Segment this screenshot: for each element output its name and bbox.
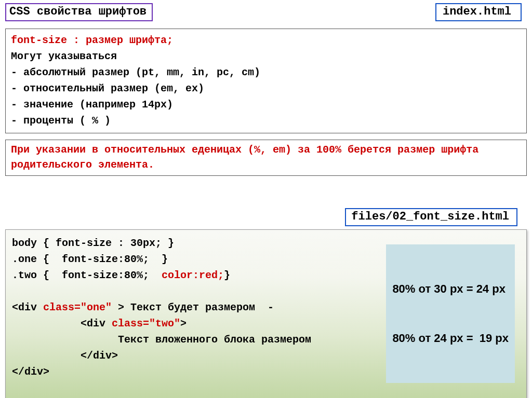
code-line-3b: color:red; xyxy=(162,269,224,281)
syntax-item-3: - значение (например 14px) xyxy=(11,97,521,113)
syntax-item-4: - проценты ( % ) xyxy=(11,113,521,129)
code-example-block: body { font-size : 30px; } .one { font-s… xyxy=(5,229,527,398)
document-page: CSS свойства шрифтов index.html font-siz… xyxy=(0,0,532,398)
calculation-badge: 80% от 30 px = 24 px 80% от 24 px = 19 p… xyxy=(386,244,515,383)
code-line-4a: <div xyxy=(12,301,43,313)
filename2-row: files/02_font_size.html xyxy=(5,208,527,226)
code-line-2: .one { font-size:80%; } xyxy=(12,253,168,265)
syntax-item-2: - относительный размер (em, ex) xyxy=(11,80,521,97)
filename-label-2: files/02_font_size.html xyxy=(345,208,517,226)
relative-units-note: При указании в относительных еденицах (%… xyxy=(5,140,527,176)
code-line-7: </div> xyxy=(12,350,118,362)
code-line-4b: class="one" xyxy=(43,301,118,313)
code-line-3a: .two { font-size:80%; xyxy=(12,269,162,281)
calc-line-1: 80% от 30 px = 24 px xyxy=(392,281,509,297)
header-row: CSS свойства шрифтов index.html xyxy=(5,3,527,21)
code-line-4c: > Текст будет размером - xyxy=(118,301,274,313)
syntax-description-box: font-size : размер шрифта; Могут указыва… xyxy=(5,29,527,133)
syntax-item-1: - абсолютный размер (pt, mm, in, pc, cm) xyxy=(11,64,521,80)
calc-line-2: 80% от 24 px = 19 px xyxy=(392,330,509,347)
code-line-1: body { font-size : 30px; } xyxy=(12,237,174,249)
code-blank xyxy=(12,285,18,297)
code-line-5c: > xyxy=(180,318,187,330)
code-line-8: </div> xyxy=(12,366,49,378)
property-line: font-size : размер шрифта; xyxy=(11,32,521,48)
code-line-5a: <div xyxy=(12,318,112,330)
code-line-6: Текст вложенного блока размером xyxy=(12,334,311,346)
code-line-5b: class="two" xyxy=(112,318,180,330)
filename-label-1: index.html xyxy=(435,3,522,21)
syntax-subhead: Могут указываться xyxy=(11,48,521,64)
page-title: CSS свойства шрифтов xyxy=(5,3,153,21)
code-line-3c: } xyxy=(224,269,230,281)
